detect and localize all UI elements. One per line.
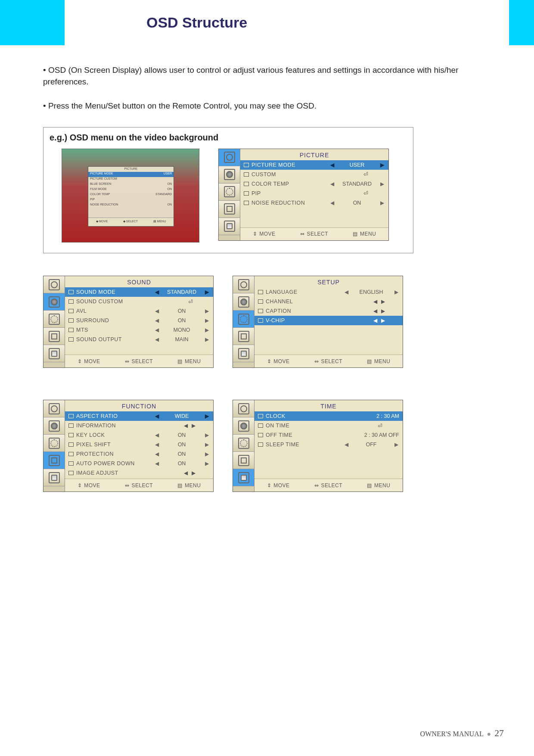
osd-row-sound-0[interactable]: SOUND MODE ◀ STANDARD ▶	[65, 287, 213, 297]
osd-row-func-3[interactable]: PIXEL SHIFT ◀ ON ▶	[65, 440, 213, 449]
osd-tab-sound-icon[interactable]	[219, 166, 240, 184]
footer-menu: ▤ MENU	[177, 358, 201, 364]
arrow-left-icon[interactable]: ◀	[343, 289, 349, 295]
arrow-right-icon[interactable]: ▶	[204, 460, 210, 467]
osd-tab-sound-icon[interactable]	[233, 293, 254, 311]
arrow-right-icon[interactable]: ▶	[393, 442, 399, 448]
osd-tab-setup-icon[interactable]	[233, 435, 254, 452]
arrow-left-icon[interactable]: ◀	[154, 442, 160, 448]
arrow-right-icon[interactable]: ▶	[204, 442, 210, 448]
arrow-left-icon[interactable]: ◀	[154, 289, 160, 295]
arrow-right-icon[interactable]: ▶	[379, 162, 385, 168]
osd-row-picture-4[interactable]: NOISE REDUCTION ◀ ON ▶	[240, 198, 388, 208]
osd-row-func-2[interactable]: KEY LOCK ◀ ON ▶	[65, 430, 213, 440]
osd-tab-sound-icon[interactable]	[43, 293, 65, 311]
list-bullet-icon	[68, 471, 74, 475]
osd-row-sound-4[interactable]: MTS ◀ MONO ▶	[65, 325, 213, 335]
osd-row-time-3[interactable]: SLEEP TIME ◀ OFF ▶	[255, 440, 403, 449]
osd-row-empty	[255, 468, 403, 478]
arrow-right-icon[interactable]: ▶	[204, 413, 210, 419]
arrow-right-icon[interactable]: ▶	[393, 289, 399, 295]
osd-row-empty	[255, 325, 403, 335]
osd-row-picture-3[interactable]: PIP ⏎	[240, 189, 388, 198]
row-label: MTS	[76, 327, 151, 333]
osd-tab-picture-icon[interactable]	[43, 276, 65, 293]
row-value: ON	[338, 200, 376, 206]
row-label: IMAGE ADJUST	[76, 470, 168, 476]
arrow-left-icon[interactable]: ◀	[154, 413, 160, 419]
arrow-right-icon[interactable]: ▶	[379, 181, 385, 187]
osd-row-time-1[interactable]: ON TIME ⏎	[255, 421, 403, 430]
osd-tab-time-icon[interactable]	[233, 345, 254, 362]
arrow-right-icon[interactable]: ▶	[204, 432, 210, 438]
osd-row-func-1[interactable]: INFORMATION ◀ ▶	[65, 421, 213, 430]
osd-row-sound-2[interactable]: AVL ◀ ON ▶	[65, 306, 213, 316]
osd-row-func-4[interactable]: PROTECTION ◀ ON ▶	[65, 449, 213, 459]
osd-row-func-6[interactable]: IMAGE ADJUST ◀ ▶	[65, 468, 213, 478]
row-value: ON	[162, 460, 201, 467]
arrow-right-icon[interactable]: ▶	[204, 308, 210, 314]
arrow-left-icon[interactable]: ◀	[154, 327, 160, 333]
osd-row-picture-1[interactable]: CUSTOM ⏎	[240, 170, 388, 179]
arrow-left-icon[interactable]: ◀	[329, 162, 335, 168]
picture-icon	[49, 279, 60, 290]
osd-row-sound-1[interactable]: SOUND CUSTOM ⏎	[65, 297, 213, 306]
osd-tab-function-icon[interactable]	[43, 328, 65, 345]
osd-row-setup-3[interactable]: V-CHIP ◀ ▶	[255, 316, 403, 325]
osd-row-time-0[interactable]: CLOCK 2 : 30 AM	[255, 411, 403, 421]
osd-tab-function-icon[interactable]	[219, 201, 240, 218]
osd-tab-function-icon[interactable]	[43, 452, 65, 469]
osd-row-sound-5[interactable]: SOUND OUTPUT ◀ MAIN ▶	[65, 335, 213, 344]
arrow-left-icon[interactable]: ◀	[154, 460, 160, 467]
updown-icon: ⇕	[78, 358, 82, 364]
list-bullet-icon	[258, 442, 263, 447]
osd-tab-picture-icon[interactable]	[43, 400, 65, 417]
osd-tab-function-icon[interactable]	[233, 328, 254, 345]
osd-tab-time-icon[interactable]	[219, 218, 240, 235]
arrow-left-icon[interactable]: ◀	[154, 308, 160, 314]
osd-tab-setup-icon[interactable]	[233, 311, 254, 328]
row-value: 2 : 30 AM OFF	[343, 432, 399, 438]
row-label: SOUND MODE	[76, 289, 151, 295]
osd-row-func-5[interactable]: AUTO POWER DOWN ◀ ON ▶	[65, 459, 213, 468]
osd-tab-picture-icon[interactable]	[233, 400, 254, 417]
function-icon	[49, 331, 60, 342]
arrow-left-icon[interactable]: ◀	[154, 432, 160, 438]
osd-row-setup-0[interactable]: LANGUAGE ◀ ENGLISH ▶	[255, 287, 403, 297]
arrow-left-icon[interactable]: ◀	[343, 442, 349, 448]
arrow-right-icon[interactable]: ▶	[204, 336, 210, 342]
osd-tab-setup-icon[interactable]	[219, 184, 240, 201]
osd-tab-setup-icon[interactable]	[43, 435, 65, 452]
osd-row-setup-2[interactable]: CAPTION ◀ ▶	[255, 306, 403, 316]
arrow-right-icon[interactable]: ▶	[204, 451, 210, 457]
arrow-right-icon[interactable]: ▶	[204, 289, 210, 295]
enter-icon: ⏎	[171, 299, 210, 305]
osd-tab-time-icon[interactable]	[233, 469, 254, 486]
arrow-left-icon[interactable]: ◀	[154, 451, 160, 457]
leftright-icon: ⇔	[300, 231, 305, 237]
arrow-left-icon[interactable]: ◀	[154, 336, 160, 342]
arrow-left-icon[interactable]: ◀	[329, 200, 335, 206]
row-label: KEY LOCK	[76, 432, 151, 438]
osd-row-func-0[interactable]: ASPECT RATIO ◀ WIDE ▶	[65, 411, 213, 421]
osd-row-picture-0[interactable]: PICTURE MODE ◀ USER ▶	[240, 160, 388, 170]
arrow-right-icon[interactable]: ▶	[379, 200, 385, 206]
updown-icon: ⇕	[253, 231, 258, 237]
arrow-right-icon[interactable]: ▶	[204, 327, 210, 333]
arrow-right-icon[interactable]: ▶	[204, 317, 210, 324]
osd-row-sound-3[interactable]: SURROUND ◀ ON ▶	[65, 316, 213, 325]
osd-tab-sound-icon[interactable]	[233, 417, 254, 435]
osd-tab-picture-icon[interactable]	[233, 276, 254, 293]
osd-tab-sound-icon[interactable]	[43, 417, 65, 435]
leftright-icon: ⇔	[125, 358, 130, 364]
arrow-left-icon[interactable]: ◀	[329, 181, 335, 187]
osd-tab-function-icon[interactable]	[233, 452, 254, 469]
osd-row-time-2[interactable]: OFF TIME 2 : 30 AM OFF	[255, 430, 403, 440]
osd-tab-picture-icon[interactable]	[219, 149, 240, 166]
osd-tab-time-icon[interactable]	[43, 345, 65, 362]
arrow-left-icon[interactable]: ◀	[154, 317, 160, 324]
osd-tab-time-icon[interactable]	[43, 469, 65, 486]
osd-tab-setup-icon[interactable]	[43, 311, 65, 328]
osd-row-setup-1[interactable]: CHANNEL ◀ ▶	[255, 297, 403, 306]
osd-row-picture-2[interactable]: COLOR TEMP ◀ STANDARD ▶	[240, 179, 388, 189]
